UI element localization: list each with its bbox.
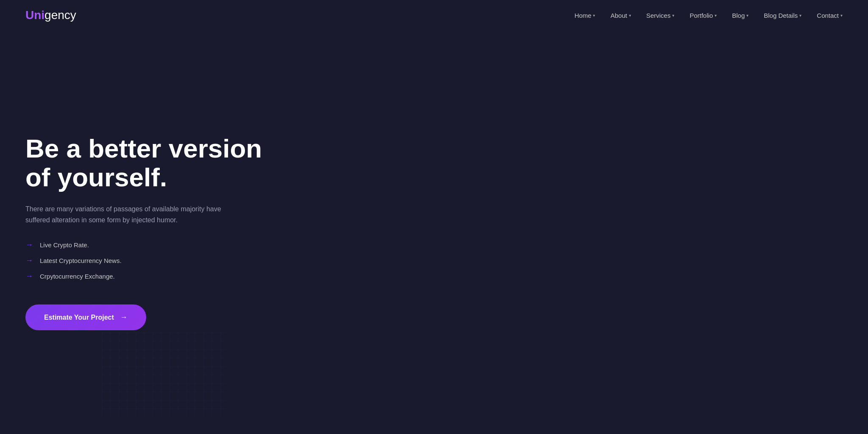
chevron-down-icon: ▾ bbox=[746, 13, 748, 18]
feature-list: → Live Crypto Rate. → Latest Cryptocurre… bbox=[25, 240, 417, 281]
chevron-down-icon: ▾ bbox=[840, 13, 843, 18]
chevron-down-icon: ▾ bbox=[629, 13, 631, 18]
hero-subtitle: There are many variations of passages of… bbox=[25, 204, 237, 225]
nav-item-blog-details[interactable]: Blog Details ▾ bbox=[764, 12, 801, 19]
hero-content: Be a better version of yourself. There a… bbox=[25, 134, 434, 331]
list-item: → Live Crypto Rate. bbox=[25, 240, 417, 249]
navbar: Unigency Home ▾ About ▾ Services ▾ Portf… bbox=[0, 0, 868, 30]
nav-item-portfolio[interactable]: Portfolio ▾ bbox=[690, 12, 717, 19]
nav-links: Home ▾ About ▾ Services ▾ Portfolio ▾ Bl bbox=[574, 12, 843, 19]
logo[interactable]: Unigency bbox=[25, 8, 76, 22]
svg-rect-0 bbox=[102, 332, 229, 417]
grid-decoration bbox=[102, 332, 229, 417]
nav-item-about[interactable]: About ▾ bbox=[610, 12, 631, 19]
nav-item-blog[interactable]: Blog ▾ bbox=[732, 12, 748, 19]
cta-arrow-icon: → bbox=[120, 313, 128, 322]
arrow-icon: → bbox=[25, 272, 33, 281]
arrow-icon: → bbox=[25, 240, 33, 249]
chevron-down-icon: ▾ bbox=[715, 13, 717, 18]
hero-section: Be a better version of yourself. There a… bbox=[0, 30, 868, 434]
nav-item-contact[interactable]: Contact ▾ bbox=[817, 12, 843, 19]
list-item: → Crpytocurrency Exchange. bbox=[25, 272, 417, 281]
hero-title: Be a better version of yourself. bbox=[25, 134, 417, 192]
nav-item-services[interactable]: Services ▾ bbox=[646, 12, 675, 19]
chevron-down-icon: ▾ bbox=[799, 13, 801, 18]
list-item: → Latest Cryptocurrency News. bbox=[25, 256, 417, 265]
arrow-icon: → bbox=[25, 256, 33, 265]
nav-item-home[interactable]: Home ▾ bbox=[574, 12, 595, 19]
chevron-down-icon: ▾ bbox=[593, 13, 595, 18]
cta-button[interactable]: Estimate Your Project → bbox=[25, 304, 146, 330]
chevron-down-icon: ▾ bbox=[672, 13, 674, 18]
